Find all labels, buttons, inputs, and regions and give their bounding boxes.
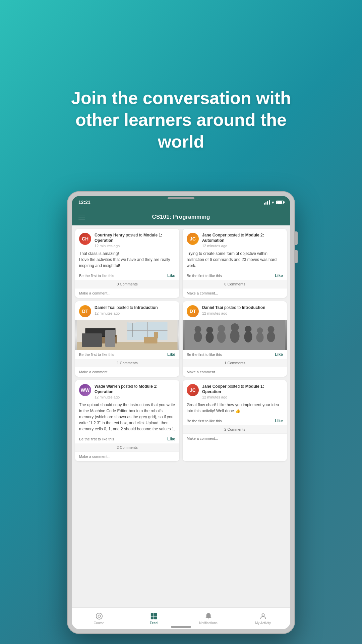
post-author-line: Wade Warren posted to Module 1: Operatio… — [95, 384, 175, 394]
comment-input[interactable] — [183, 433, 287, 443]
nav-label-notifications: Notifications — [199, 621, 217, 625]
post-header: JC Jane Cooper posted to Module 2: Autom… — [183, 229, 287, 251]
svg-rect-33 — [154, 613, 157, 616]
hamburger-menu[interactable] — [78, 215, 85, 219]
post-author-line: Daniel Tsai posted to Introduction — [202, 305, 283, 311]
post-avatar: DT — [187, 305, 199, 317]
like-button[interactable]: Like — [275, 419, 283, 423]
feed-icon — [150, 612, 158, 620]
comment-input[interactable] — [75, 288, 179, 298]
post-card-post-3: DT Daniel Tsai posted to Introduction 12… — [75, 301, 179, 377]
status-time: 12:21 — [78, 200, 90, 205]
comment-input[interactable] — [75, 367, 179, 377]
post-time: 12 minutes ago — [95, 311, 175, 315]
post-header: WW Wade Warren posted to Module 1: Opera… — [75, 380, 179, 402]
svg-rect-7 — [84, 335, 117, 343]
comments-count: 1 Comments — [183, 359, 287, 367]
svg-rect-34 — [150, 616, 153, 619]
post-meta: Jane Cooper posted to Module 1: Operatio… — [202, 384, 283, 399]
post-meta: Daniel Tsai posted to Introduction 12 mi… — [95, 305, 175, 315]
svg-point-30 — [96, 613, 102, 619]
post-avatar: WW — [79, 384, 91, 396]
comments-count: 1 Comments — [75, 359, 179, 367]
activity-icon — [259, 612, 267, 620]
like-button[interactable]: Like — [275, 352, 283, 357]
app-title: CS101: Programming — [152, 214, 210, 220]
post-image-group — [183, 320, 287, 350]
course-icon — [95, 612, 103, 620]
post-header: DT Daniel Tsai posted to Introduction 12… — [183, 301, 287, 320]
post-body: That class is amazing!I love the activit… — [75, 251, 179, 271]
comment-input[interactable] — [183, 367, 287, 377]
comments-count: 2 Comments — [183, 425, 287, 433]
like-button[interactable]: Like — [167, 273, 175, 278]
post-avatar: JC — [187, 384, 199, 396]
like-button[interactable]: Like — [167, 437, 175, 441]
like-text: Be the first to like this — [187, 353, 222, 357]
svg-rect-32 — [150, 613, 153, 616]
svg-rect-29 — [185, 320, 285, 350]
post-meta: Wade Warren posted to Module 1: Operatio… — [95, 384, 175, 399]
tablet-screen: 12:21 ▾ CS101: Programming — [72, 196, 290, 629]
comment-input[interactable] — [75, 451, 179, 461]
like-text: Be the first to like this — [187, 274, 222, 278]
post-card-post-6: JC Jane Cooper posted to Module 1: Opera… — [183, 380, 287, 461]
like-button[interactable]: Like — [275, 273, 283, 278]
post-actions: Be the first to like this Like — [183, 350, 287, 359]
svg-point-31 — [98, 615, 100, 617]
post-actions: Be the first to like this Like — [75, 435, 179, 443]
post-actions: Be the first to like this Like — [75, 350, 179, 359]
like-text: Be the first to like this — [79, 437, 114, 441]
post-meta: Daniel Tsai posted to Introduction 12 mi… — [202, 305, 283, 315]
status-bar: 12:21 ▾ — [72, 196, 290, 209]
nav-item-course[interactable]: Course — [72, 608, 126, 629]
nav-label-activity: My Activity — [255, 621, 271, 625]
post-actions: Be the first to like this Like — [75, 271, 179, 280]
svg-rect-35 — [154, 616, 157, 619]
nav-label-feed: Feed — [150, 621, 158, 625]
nav-label-course: Course — [94, 621, 104, 625]
post-meta: Jane Cooper posted to Module 2: Automati… — [202, 233, 283, 248]
post-meta: Courtney Henry posted to Module 1: Opera… — [95, 233, 175, 248]
nav-item-notifications[interactable]: Notifications — [181, 608, 236, 629]
nav-item-feed[interactable]: Feed — [126, 608, 181, 629]
post-author-line: Daniel Tsai posted to Introduction — [95, 305, 175, 311]
post-author-line: Jane Cooper posted to Module 1: Operatio… — [202, 384, 283, 394]
bottom-nav: Course Feed — [72, 607, 290, 629]
post-card-post-4: DT Daniel Tsai posted to Introduction 12… — [183, 301, 287, 377]
comment-input[interactable] — [183, 288, 287, 298]
post-actions: Be the first to like this Like — [183, 271, 287, 280]
post-author-line: Jane Cooper posted to Module 2: Automati… — [202, 233, 283, 243]
post-author-line: Courtney Henry posted to Module 1: Opera… — [95, 233, 175, 243]
wifi-icon: ▾ — [272, 200, 274, 205]
post-avatar: CH — [79, 233, 91, 245]
comments-count: 2 Comments — [75, 443, 179, 451]
tablet-frame: 12:21 ▾ CS101: Programming — [67, 191, 295, 634]
like-text: Be the first to like this — [79, 353, 114, 357]
like-text: Be the first to like this — [187, 419, 222, 423]
svg-rect-2 — [77, 342, 178, 350]
nav-item-activity[interactable]: My Activity — [236, 608, 290, 629]
comments-count: 0 Comments — [75, 280, 179, 288]
hero-heading: Join the conversation with other learner… — [27, 87, 335, 153]
post-header: CH Courtney Henry posted to Module 1: Op… — [75, 229, 179, 251]
svg-rect-11 — [154, 332, 158, 338]
like-button[interactable]: Like — [167, 352, 175, 357]
post-card-post-2: JC Jane Cooper posted to Module 2: Autom… — [183, 229, 287, 298]
svg-rect-9 — [86, 329, 115, 336]
like-text: Be the first to like this — [79, 274, 114, 278]
post-card-post-1: CH Courtney Henry posted to Module 1: Op… — [75, 229, 179, 298]
feed-content: CH Courtney Henry posted to Module 1: Op… — [72, 225, 290, 607]
app-header: CS101: Programming — [72, 209, 290, 225]
post-header: DT Daniel Tsai posted to Introduction 12… — [75, 301, 179, 320]
side-button-2 — [295, 250, 298, 263]
comments-count: 0 Comments — [183, 280, 287, 288]
battery-icon — [276, 201, 284, 204]
post-card-post-5: WW Wade Warren posted to Module 1: Opera… — [75, 380, 179, 461]
status-icons: ▾ — [264, 200, 284, 205]
post-header: JC Jane Cooper posted to Module 1: Opera… — [183, 380, 287, 402]
notifications-icon — [204, 612, 213, 620]
post-actions: Be the first to like this Like — [183, 417, 287, 425]
post-time: 12 minutes ago — [202, 395, 283, 399]
post-time: 12 minutes ago — [95, 244, 175, 248]
